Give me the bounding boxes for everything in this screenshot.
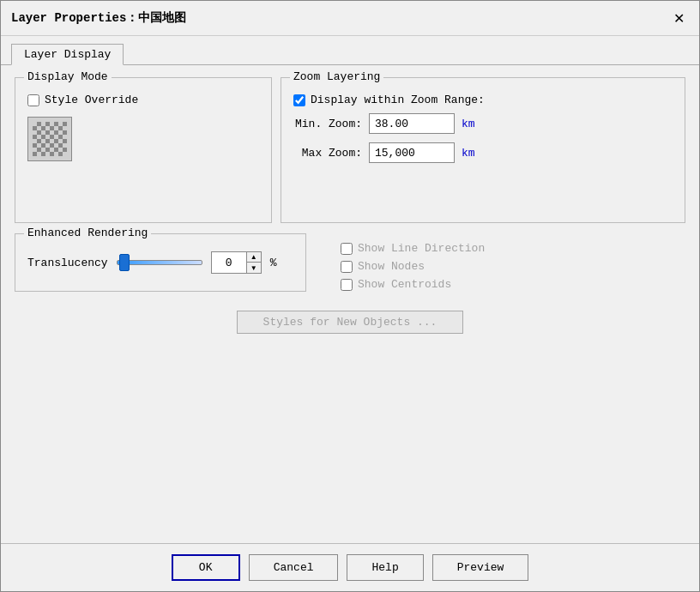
display-zoom-range-checkbox[interactable] (293, 94, 305, 106)
preview-button[interactable]: Preview (432, 554, 529, 581)
style-override-row: Style Override (27, 94, 259, 106)
min-zoom-input[interactable] (369, 113, 455, 134)
middle-section: Enhanced Rendering Translucency ▲ ▼ % (15, 233, 685, 292)
translucency-row: Translucency ▲ ▼ % (27, 251, 293, 274)
style-preview-box (27, 117, 72, 161)
right-options: Show Line Direction Show Nodes Show Cent… (341, 242, 485, 291)
min-zoom-row: Min. Zoom: km (293, 113, 673, 134)
show-nodes-checkbox[interactable] (341, 261, 353, 273)
dialog-title: Layer Properties：中国地图 (11, 10, 186, 26)
display-mode-panel: Display Mode Style Override (15, 77, 272, 223)
translucency-label: Translucency (27, 257, 108, 269)
style-override-label: Style Override (45, 94, 138, 106)
enhanced-rendering-panel: Enhanced Rendering Translucency ▲ ▼ % (15, 233, 306, 292)
zoom-layering-label: Zoom Layering (290, 70, 383, 83)
display-mode-label: Display Mode (24, 70, 112, 83)
show-centroids-checkbox[interactable] (341, 279, 353, 291)
spin-up-button[interactable]: ▲ (247, 252, 261, 263)
show-line-direction-label: Show Line Direction (358, 242, 485, 255)
cancel-button[interactable]: Cancel (249, 554, 339, 581)
max-zoom-input[interactable] (369, 142, 455, 163)
show-centroids-label: Show Centroids (358, 278, 451, 291)
min-zoom-unit: km (462, 118, 475, 130)
close-button[interactable]: ✕ (668, 8, 689, 28)
footer: OK Cancel Help Preview (1, 543, 699, 591)
title-bar: Layer Properties：中国地图 ✕ (1, 1, 699, 36)
checker-pattern (33, 122, 67, 156)
top-panels-row: Display Mode Style Override Zoom Layerin… (15, 77, 685, 223)
show-centroids-row: Show Centroids (341, 278, 485, 291)
tabs-bar: Layer Display (1, 36, 699, 65)
max-zoom-row: Max Zoom: km (293, 142, 673, 163)
style-override-checkbox[interactable] (27, 94, 39, 106)
percent-label: % (270, 257, 277, 269)
spin-down-button[interactable]: ▼ (247, 263, 261, 273)
display-zoom-range-label: Display within Zoom Range: (311, 94, 485, 106)
display-zoom-range-row: Display within Zoom Range: (293, 94, 673, 106)
show-line-direction-checkbox[interactable] (341, 243, 353, 255)
show-nodes-row: Show Nodes (341, 260, 485, 273)
translucency-value-input[interactable] (212, 252, 246, 273)
dialog: Layer Properties：中国地图 ✕ Layer Display Di… (0, 0, 700, 592)
min-zoom-label: Min. Zoom: (293, 118, 362, 130)
enhanced-rendering-label: Enhanced Rendering (24, 227, 151, 239)
spin-arrows: ▲ ▼ (246, 252, 261, 273)
translucency-slider-thumb[interactable] (119, 254, 130, 271)
max-zoom-label: Max Zoom: (293, 147, 362, 160)
max-zoom-unit: km (462, 147, 475, 160)
content-area: Display Mode Style Override Zoom Layerin… (1, 65, 699, 543)
translucency-spinner: ▲ ▼ (211, 251, 262, 274)
styles-for-new-objects-button[interactable]: Styles for New Objects ... (237, 311, 464, 334)
show-line-direction-row: Show Line Direction (341, 242, 485, 255)
tab-layer-display[interactable]: Layer Display (11, 44, 124, 65)
show-nodes-label: Show Nodes (358, 260, 425, 273)
bottom-section: Styles for New Objects ... (15, 311, 685, 531)
translucency-slider-track[interactable] (117, 260, 202, 265)
ok-button[interactable]: OK (172, 554, 240, 581)
help-button[interactable]: Help (347, 554, 423, 581)
zoom-layering-panel: Zoom Layering Display within Zoom Range:… (281, 77, 685, 223)
